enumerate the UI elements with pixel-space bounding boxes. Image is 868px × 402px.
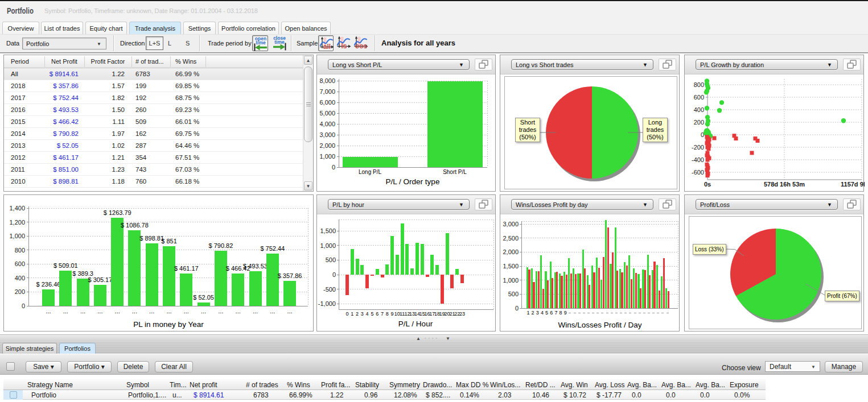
svg-text:oos: oos xyxy=(355,42,368,50)
svg-text:$ 509.01: $ 509.01 xyxy=(54,262,78,269)
svg-text:0: 0 xyxy=(332,271,336,278)
svg-text:500: 500 xyxy=(508,291,519,297)
svg-text:800: 800 xyxy=(15,247,25,254)
svg-text:578d 16h 53m: 578d 16h 53m xyxy=(764,181,805,188)
svg-text:1,500: 1,500 xyxy=(320,227,336,234)
svg-text:200: 200 xyxy=(15,288,25,295)
svg-text:800: 800 xyxy=(694,81,704,88)
svg-text:$ 790.82: $ 790.82 xyxy=(208,242,233,249)
svg-text:...: ... xyxy=(218,308,223,314)
svg-text:1,000: 1,000 xyxy=(319,153,335,160)
svg-text:1: 1 xyxy=(526,310,529,316)
svg-text:4: 4 xyxy=(541,310,544,316)
svg-text:400: 400 xyxy=(15,275,25,281)
svg-text:1: 1 xyxy=(351,311,353,317)
svg-text:500: 500 xyxy=(326,256,336,263)
svg-text:...: ... xyxy=(132,308,137,314)
svg-text:6: 6 xyxy=(376,311,379,317)
svg-text:...: ... xyxy=(115,308,120,314)
svg-text:Wins/Losses Profit / Day: Wins/Losses Profit / Day xyxy=(558,321,641,329)
svg-text:8,000: 8,000 xyxy=(319,77,335,84)
svg-text:4: 4 xyxy=(366,311,369,317)
svg-text:1,200: 1,200 xyxy=(9,219,25,226)
svg-text:5,000: 5,000 xyxy=(319,110,335,117)
svg-text:-600: -600 xyxy=(692,169,704,176)
svg-text:7: 7 xyxy=(381,311,384,317)
svg-text:$ 493.53: $ 493.53 xyxy=(243,263,268,270)
svg-text:6: 6 xyxy=(550,310,553,316)
svg-text:$ 461.17: $ 461.17 xyxy=(174,265,199,272)
svg-text:0: 0 xyxy=(515,305,519,312)
svg-text:1,400: 1,400 xyxy=(9,205,25,212)
svg-text:600: 600 xyxy=(15,260,25,267)
svg-text:...: ... xyxy=(270,308,275,314)
svg-text:-1,000: -1,000 xyxy=(318,300,336,307)
svg-text:$ 851: $ 851 xyxy=(161,238,177,244)
svg-text:PL in money by Year: PL in money by Year xyxy=(133,320,204,329)
svg-text:7,000: 7,000 xyxy=(319,88,335,95)
svg-text:2: 2 xyxy=(532,310,534,316)
svg-text:...: ... xyxy=(80,308,85,314)
svg-text:$ 305.17: $ 305.17 xyxy=(88,276,112,283)
svg-text:...: ... xyxy=(201,308,206,314)
svg-text:8: 8 xyxy=(386,311,389,317)
svg-text:1,000: 1,000 xyxy=(9,233,25,239)
svg-text:2,000: 2,000 xyxy=(503,248,519,255)
svg-text:$ 1086.78: $ 1086.78 xyxy=(121,222,149,229)
svg-text:1,000: 1,000 xyxy=(320,242,336,249)
svg-text:3,000: 3,000 xyxy=(319,131,335,138)
svg-text:...: ... xyxy=(46,308,51,314)
svg-text:Short P/L: Short P/L xyxy=(443,169,467,175)
svg-text:time: time xyxy=(256,40,266,45)
svg-text:9: 9 xyxy=(390,311,393,317)
svg-text:7: 7 xyxy=(554,310,557,316)
svg-text:600: 600 xyxy=(694,94,704,101)
svg-text:time: time xyxy=(274,39,285,45)
svg-text:0: 0 xyxy=(22,302,25,309)
svg-text:...: ... xyxy=(97,308,102,314)
svg-text:1157d 9h: 1157d 9h xyxy=(841,181,865,188)
svg-text:3: 3 xyxy=(536,310,539,316)
svg-text:1,000: 1,000 xyxy=(503,277,519,284)
svg-text:2,500: 2,500 xyxy=(503,235,519,242)
svg-text:9: 9 xyxy=(564,310,567,316)
svg-text:-200: -200 xyxy=(692,144,704,151)
svg-text:-500: -500 xyxy=(323,286,336,293)
svg-text:4,000: 4,000 xyxy=(319,121,335,127)
svg-text:23: 23 xyxy=(459,311,465,317)
svg-text:-400: -400 xyxy=(692,156,704,163)
svg-text:...: ... xyxy=(166,308,171,314)
svg-text:0s: 0s xyxy=(704,181,711,188)
svg-text:0: 0 xyxy=(332,164,335,171)
svg-text:...: ... xyxy=(253,308,258,314)
svg-text:Long P/L: Long P/L xyxy=(359,169,381,175)
svg-text:400: 400 xyxy=(694,106,704,113)
svg-text:...: ... xyxy=(184,308,189,314)
svg-text:...: ... xyxy=(63,308,68,314)
svg-text:...: ... xyxy=(287,308,293,314)
svg-text:P/L / Order type: P/L / Order type xyxy=(386,177,440,186)
svg-text:...: ... xyxy=(236,308,241,314)
svg-text:200: 200 xyxy=(694,119,704,126)
svg-text:2: 2 xyxy=(356,311,359,317)
svg-text:2,000: 2,000 xyxy=(319,142,335,149)
svg-text:$ 357.86: $ 357.86 xyxy=(278,272,302,279)
svg-text:6,000: 6,000 xyxy=(319,99,335,106)
svg-text:3: 3 xyxy=(361,311,364,317)
svg-text:is: is xyxy=(341,42,347,50)
svg-text:0: 0 xyxy=(345,311,348,317)
svg-text:$ 898.81: $ 898.81 xyxy=(139,235,164,242)
svg-text:$ 752.44: $ 752.44 xyxy=(260,245,285,252)
svg-text:P/L / Hour: P/L / Hour xyxy=(398,320,433,328)
svg-text:5: 5 xyxy=(371,311,373,317)
svg-text:1,500: 1,500 xyxy=(503,263,519,270)
svg-text:3,000: 3,000 xyxy=(503,221,519,227)
svg-text:$ 236.46: $ 236.46 xyxy=(36,281,61,288)
svg-text:...: ... xyxy=(149,308,154,314)
svg-text:$ 52.05: $ 52.05 xyxy=(193,294,214,301)
svg-text:5: 5 xyxy=(545,310,548,316)
svg-text:$ 1263.79: $ 1263.79 xyxy=(104,209,131,216)
svg-text:all: all xyxy=(323,43,331,51)
svg-text:8: 8 xyxy=(560,310,562,316)
